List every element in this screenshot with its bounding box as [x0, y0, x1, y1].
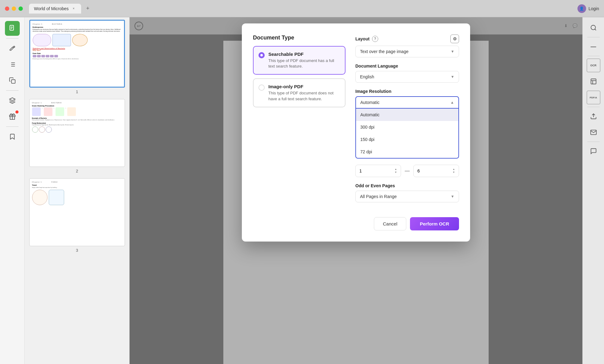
- language-control: Document Language English ▼: [355, 64, 459, 83]
- login-button[interactable]: 👤 Login: [577, 4, 599, 13]
- thumbnail-image-2[interactable]: Chapter 1 BACTERIA Gram Staining Procedu…: [29, 99, 125, 167]
- page-from-input[interactable]: 1 ▲ ▼: [355, 165, 401, 177]
- svg-point-27: [591, 25, 595, 30]
- page-to-up[interactable]: ▲: [453, 168, 455, 171]
- page-to-value: 6: [417, 168, 420, 173]
- language-label-row: Document Language: [355, 64, 459, 68]
- layout-dropdown[interactable]: Text over the page image ▼: [355, 46, 459, 57]
- close-button[interactable]: [5, 6, 9, 11]
- dialog-content: Document Type Searchable PDF This type o…: [253, 35, 459, 209]
- resolution-option-300dpi[interactable]: 300 dpi: [356, 121, 458, 133]
- odd-even-label-text: Odd or Even Pages: [355, 183, 395, 188]
- page-from-up[interactable]: ▲: [395, 168, 397, 171]
- minimize-button[interactable]: [12, 6, 16, 11]
- titlebar: World of Microbes × + 👤 Login: [0, 0, 604, 17]
- layout-dropdown-arrow: ▼: [451, 49, 454, 54]
- sidebar-item-bookmark[interactable]: [5, 129, 20, 144]
- right-toolbar: — OCR PDF/A: [582, 17, 604, 364]
- resolution-option-150dpi[interactable]: 150 dpi: [356, 133, 458, 146]
- sidebar-item-brush[interactable]: [5, 41, 20, 56]
- image-only-pdf-radio[interactable]: [259, 85, 265, 91]
- email-icon[interactable]: [587, 126, 600, 139]
- image-only-pdf-label: Image-only PDF: [268, 84, 340, 89]
- gift-badge: [15, 110, 19, 114]
- page-from-stepper: ▲ ▼: [395, 168, 397, 174]
- new-tab-button[interactable]: +: [84, 4, 92, 13]
- resolution-dropdown-header[interactable]: Automatic ▲: [355, 96, 459, 109]
- settings-section: Layout ? ⚙ Text over the page image ▼: [355, 35, 459, 209]
- minus-icon[interactable]: —: [587, 40, 600, 53]
- page-from-down[interactable]: ▼: [395, 171, 397, 174]
- language-dropdown-arrow: ▼: [451, 75, 454, 79]
- searchable-pdf-radio[interactable]: [259, 52, 265, 58]
- layout-value: Text over the page image: [360, 49, 408, 54]
- right-toolbar-divider-4: [587, 142, 600, 142]
- sidebar-item-gift[interactable]: [5, 109, 20, 124]
- page-range-row: 1 ▲ ▼ — 6 ▲ ▼: [355, 165, 459, 177]
- range-dash: —: [405, 168, 410, 174]
- searchable-pdf-label: Searchable PDF: [268, 52, 340, 57]
- searchable-pdf-desc: This type of PDF document has a full tex…: [268, 58, 340, 69]
- sidebar-item-document[interactable]: [5, 21, 20, 36]
- resolution-label-row: Image Resolution: [355, 89, 459, 94]
- svg-marker-11: [9, 98, 15, 101]
- maximize-button[interactable]: [19, 6, 23, 11]
- resolution-option-72dpi[interactable]: 72 dpi: [356, 146, 458, 158]
- pdf-icon[interactable]: PDF/A: [587, 91, 600, 104]
- export-icon[interactable]: [587, 110, 600, 123]
- thumbnail-image-1[interactable]: Chapter 1 BACTERIA Endospores Endospores…: [29, 20, 125, 88]
- thumbnail-panel: Chapter 1 BACTERIA Endospores Endospores…: [25, 17, 130, 364]
- sidebar-divider-3: [6, 126, 19, 127]
- page-to-down[interactable]: ▼: [453, 171, 455, 174]
- page-from-value: 1: [359, 168, 362, 173]
- login-label: Login: [589, 6, 599, 11]
- thumbnail-item-1[interactable]: Chapter 1 BACTERIA Endospores Endospores…: [27, 20, 127, 94]
- ocr-dialog: Document Type Searchable PDF This type o…: [242, 23, 470, 242]
- odd-even-dropdown-arrow: ▼: [451, 194, 454, 199]
- layout-help-icon[interactable]: ?: [372, 36, 378, 42]
- main-tab[interactable]: World of Microbes ×: [29, 4, 81, 14]
- tab-area: World of Microbes × +: [29, 4, 577, 14]
- dialog-buttons: Cancel Perform OCR: [253, 217, 459, 230]
- odd-even-control: Odd or Even Pages All Pages in Range ▼: [355, 183, 459, 202]
- sidebar-item-copy[interactable]: [5, 73, 20, 88]
- resolution-select-container: Automatic ▲ Automatic 300 dpi 150 dpi 72…: [355, 96, 459, 159]
- right-toolbar-divider-1: [587, 37, 600, 37]
- thumbnail-image-3[interactable]: Chapter 1 FUNGI Yeast Single-celled fung…: [29, 178, 125, 246]
- layout-settings-icon[interactable]: ⚙: [450, 35, 459, 43]
- scan-icon[interactable]: [587, 75, 600, 88]
- tab-close-button[interactable]: ×: [71, 6, 76, 11]
- odd-even-label-row: Odd or Even Pages: [355, 183, 459, 188]
- page-to-input[interactable]: 6 ▲ ▼: [413, 165, 459, 177]
- sidebar-item-list[interactable]: [5, 57, 20, 72]
- right-toolbar-divider-2: [587, 56, 600, 56]
- odd-even-value: All Pages in Range: [360, 194, 397, 199]
- resolution-dropdown-list: Automatic 300 dpi 150 dpi 72 dpi: [355, 109, 459, 159]
- resolution-current-value: Automatic: [360, 100, 379, 105]
- searchable-pdf-option[interactable]: Searchable PDF This type of PDF document…: [253, 46, 345, 75]
- cancel-button[interactable]: Cancel: [374, 217, 406, 230]
- language-dropdown[interactable]: English ▼: [355, 71, 459, 83]
- thumbnail-number-2: 2: [76, 169, 78, 173]
- main-layout: Chapter 1 BACTERIA Endospores Endospores…: [0, 17, 604, 364]
- svg-rect-10: [11, 80, 15, 83]
- thumbnail-item-3[interactable]: Chapter 1 FUNGI Yeast Single-celled fung…: [27, 178, 127, 253]
- language-value: English: [360, 74, 374, 79]
- odd-even-dropdown[interactable]: All Pages in Range ▼: [355, 191, 459, 202]
- ocr-icon[interactable]: OCR: [587, 59, 600, 72]
- resolution-dropdown-arrow: ▲: [450, 100, 454, 105]
- left-sidebar: [0, 17, 25, 364]
- resolution-option-automatic[interactable]: Automatic: [356, 109, 458, 121]
- image-only-pdf-option[interactable]: Image-only PDF This type of PDF document…: [253, 78, 345, 107]
- image-only-pdf-desc: This type of PDF document does not have …: [268, 90, 340, 101]
- comment-icon[interactable]: [587, 144, 600, 158]
- perform-ocr-button[interactable]: Perform OCR: [410, 217, 459, 230]
- layout-control: Layout ? ⚙ Text over the page image ▼: [355, 35, 459, 57]
- image-only-pdf-content: Image-only PDF This type of PDF document…: [268, 84, 340, 101]
- thumbnail-number-3: 3: [76, 248, 78, 253]
- sidebar-item-layers[interactable]: [5, 93, 20, 108]
- thumbnail-item-2[interactable]: Chapter 1 BACTERIA Gram Staining Procedu…: [27, 99, 127, 173]
- search-icon[interactable]: [587, 21, 600, 35]
- sidebar-divider-1: [6, 38, 19, 39]
- svg-line-28: [595, 29, 596, 30]
